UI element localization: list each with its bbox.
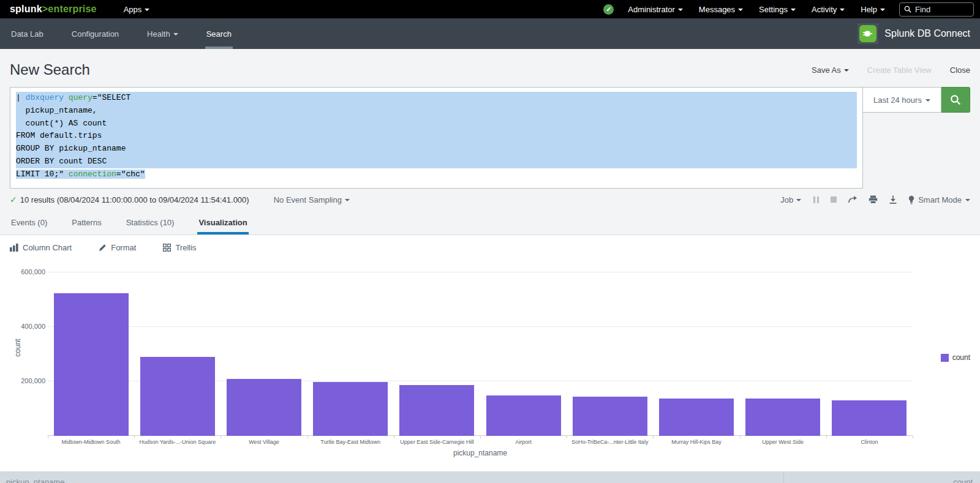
bar-upper-west-side[interactable]	[745, 399, 820, 436]
x-tick-label: Upper East Side-Carnegie Hill	[394, 439, 480, 445]
chart-type-button[interactable]: Column Chart	[10, 243, 72, 252]
search-mode-dropdown[interactable]: Smart Mode	[908, 195, 970, 204]
tab-patterns[interactable]: Patterns	[70, 210, 102, 234]
table-column-header-count[interactable]: count	[784, 471, 980, 483]
x-axis-tick	[740, 436, 741, 438]
print-icon[interactable]	[869, 195, 878, 204]
topbar-menu-settings[interactable]: Settings	[751, 5, 804, 14]
query-token: |	[16, 93, 26, 102]
bar-soho-tribeca-nter-little-italy[interactable]	[573, 397, 647, 436]
bar-hudson-yards-union-square[interactable]	[140, 357, 215, 436]
splunk-logo[interactable]: splunk>enterprise	[10, 4, 97, 15]
chevron-down-icon	[796, 199, 801, 201]
gridline-600,000	[48, 272, 913, 272]
x-axis-tick	[913, 436, 913, 438]
close-button[interactable]: Close	[950, 66, 970, 75]
chevron-down-icon	[791, 9, 796, 11]
y-tick-600,000: 600,000	[21, 268, 45, 275]
chevron-down-icon	[925, 99, 930, 102]
search-icon	[904, 6, 911, 13]
search-icon	[950, 94, 961, 105]
bar-clinton[interactable]	[832, 400, 907, 436]
create-table-view-label: Create Table View	[867, 66, 932, 75]
topbar-menu-administrator[interactable]: Administrator	[620, 5, 691, 14]
query-token	[64, 93, 69, 102]
statistics-table-header: pickup_ntaname count	[0, 471, 980, 483]
format-label: Format	[111, 243, 136, 252]
export-download-icon[interactable]	[889, 195, 897, 204]
job-menu[interactable]: Job	[780, 195, 801, 204]
job-controls: Job Smart Mode	[780, 195, 970, 204]
gridline-400,000	[48, 326, 913, 327]
trellis-button[interactable]: Trellis	[163, 243, 196, 252]
legend-item-count[interactable]: count	[941, 353, 970, 362]
topbar-menu-help[interactable]: Help	[853, 5, 893, 14]
visualization-toolbar: Column Chart Format Trellis	[0, 235, 980, 260]
tab-events-0[interactable]: Events (0)	[10, 210, 48, 234]
query-line-1: | dbxquery query="SELECT	[16, 92, 857, 105]
share-icon[interactable]	[848, 195, 858, 204]
plug-icon	[862, 28, 873, 39]
top-system-bar: splunk>enterprise Apps ✓ AdministratorMe…	[0, 0, 980, 18]
nav-item-health[interactable]: Health	[146, 18, 179, 49]
query-line-7: LIMIT 10;" connection="chc"	[16, 168, 857, 181]
topbar-menu-label: Help	[861, 5, 877, 14]
event-sampling-dropdown[interactable]: No Event Sampling	[274, 195, 350, 204]
check-icon: ✓	[10, 195, 17, 204]
bar-murray-hill-kips-bay[interactable]	[659, 399, 734, 436]
bar-airport[interactable]	[486, 395, 561, 436]
logo-brand: splunk	[10, 4, 42, 14]
app-title: Splunk DB Connect	[884, 28, 970, 39]
event-sampling-label: No Event Sampling	[274, 195, 342, 204]
bar-upper-east-side-carnegie-hill[interactable]	[399, 385, 474, 436]
app-nav-bar: Data LabConfigurationHealthSearch Splunk…	[0, 18, 980, 49]
check-icon: ✓	[606, 6, 611, 13]
create-table-view-button[interactable]: Create Table View	[867, 66, 932, 75]
app-brand[interactable]: Splunk DB Connect	[858, 18, 970, 49]
topbar-menu-messages[interactable]: Messages	[691, 5, 751, 14]
nav-item-configuration[interactable]: Configuration	[70, 18, 120, 49]
apps-menu[interactable]: Apps	[124, 5, 150, 14]
time-range-picker[interactable]: Last 24 hours	[863, 87, 941, 113]
y-tick-200,000: 200,000	[21, 377, 45, 384]
x-axis-tick	[567, 436, 567, 438]
x-tick-label: Upper West Side	[740, 439, 826, 445]
db-connect-icon	[858, 23, 878, 44]
topbar-menu-label: Administrator	[628, 5, 675, 14]
nav-item-search[interactable]: Search	[205, 18, 233, 49]
splunk-app-window: splunk>enterprise Apps ✓ AdministratorMe…	[0, 0, 980, 483]
find-search-box[interactable]	[899, 2, 974, 17]
topbar-menu-label: Activity	[812, 5, 837, 14]
y-axis-tick-labels: 200,000400,000600,000	[18, 263, 45, 436]
bar-turtle-bay-east-midtown[interactable]	[313, 382, 388, 436]
table-column-header-pickup-ntaname[interactable]: pickup_ntaname	[0, 471, 784, 483]
x-axis-tick	[307, 436, 308, 438]
health-status-icon[interactable]: ✓	[603, 4, 614, 15]
save-as-button[interactable]: Save As	[812, 66, 849, 75]
topbar-menu-activity[interactable]: Activity	[804, 5, 853, 14]
x-tick-label: Midtown-Midtown South	[48, 439, 134, 445]
stop-job-icon[interactable]	[831, 197, 837, 203]
chevron-down-icon	[840, 9, 845, 11]
chevron-down-icon	[738, 9, 743, 11]
nav-item-data-lab[interactable]: Data Lab	[10, 18, 45, 49]
pause-job-icon[interactable]	[812, 197, 820, 203]
chevron-down-icon	[844, 69, 849, 72]
x-axis-tick	[394, 436, 394, 438]
trellis-icon	[163, 244, 171, 252]
find-input[interactable]	[915, 5, 964, 14]
query-token: ="chc"	[116, 170, 145, 179]
nav-item-label: Search	[206, 29, 232, 39]
query-token: dbxquery	[26, 93, 64, 102]
x-axis-tick	[480, 436, 481, 438]
tab-statistics-10[interactable]: Statistics (10)	[125, 210, 176, 234]
y-tick-400,000: 400,000	[21, 323, 45, 330]
search-query-input[interactable]: | dbxquery query="SELECT pickup_ntaname,…	[10, 87, 863, 189]
query-token: ="SELECT	[92, 93, 130, 102]
search-submit-button[interactable]	[941, 87, 970, 113]
format-button[interactable]: Format	[99, 243, 136, 252]
legend-label: count	[952, 353, 970, 362]
bar-west-village[interactable]	[227, 379, 301, 436]
bar-midtown-midtown-south[interactable]	[54, 293, 129, 436]
tab-visualization[interactable]: Visualization	[197, 210, 248, 234]
